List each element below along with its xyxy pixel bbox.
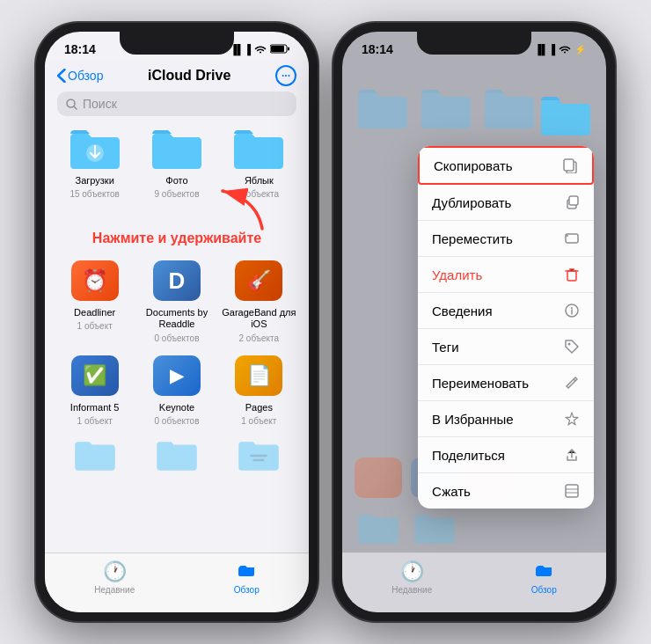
nav-title: iCloud Drive bbox=[148, 68, 230, 84]
tab-overview-right[interactable]: Обзор bbox=[531, 560, 557, 595]
app-folder-grid-2: ✅ Informant 5 1 объект ▶ Keynote 0 объек… bbox=[45, 352, 309, 426]
folder-zagrozki-count: 15 объектов bbox=[69, 189, 120, 199]
blurred-folders bbox=[355, 84, 594, 141]
menu-item-share[interactable]: Поделиться bbox=[418, 437, 594, 473]
search-placeholder: Поиск bbox=[83, 97, 117, 111]
folder-garageband[interactable]: 🎸 GarageBand для iOS 2 объекта bbox=[222, 257, 296, 342]
folder-zagrozki-name: Загрузки bbox=[76, 175, 114, 187]
wifi-icon bbox=[254, 44, 267, 55]
folder-keynote-name: Keynote bbox=[159, 402, 194, 413]
tag-icon bbox=[564, 339, 580, 355]
trash-icon bbox=[564, 267, 580, 282]
folder-yablyk-name: Яблык bbox=[245, 175, 274, 187]
menu-move-label: Переместить bbox=[432, 231, 513, 246]
menu-item-duplicate[interactable]: Дублировать bbox=[418, 185, 594, 221]
folder-keynote-count: 0 объектов bbox=[155, 416, 200, 426]
folder-garageband-name: GarageBand для iOS bbox=[222, 307, 296, 330]
recent-icon: 🕐 bbox=[103, 560, 127, 583]
menu-item-move[interactable]: Переместить bbox=[418, 221, 594, 257]
folder-grid-1: Загрузки 15 объектов Фото 9 объектов bbox=[45, 125, 309, 199]
folder-deadliner[interactable]: ⏰ Deadliner 1 объект bbox=[57, 257, 132, 342]
svg-rect-14 bbox=[567, 271, 576, 281]
menu-rename-label: Переименовать bbox=[432, 376, 529, 391]
folder-foto-count: 9 объектов bbox=[155, 189, 200, 199]
folder-keynote[interactable]: ▶ Keynote 0 объектов bbox=[139, 352, 214, 426]
app-folder-grid-1: ⏰ Deadliner 1 объект D Documents by Read… bbox=[45, 257, 309, 342]
back-label: Обзор bbox=[68, 69, 103, 83]
menu-item-delete[interactable]: Удалить bbox=[418, 257, 594, 293]
menu-compress-label: Сжать bbox=[432, 484, 471, 499]
menu-copy-label: Скопировать bbox=[434, 158, 513, 173]
overview-icon-right bbox=[534, 560, 553, 583]
menu-item-copy[interactable]: Скопировать bbox=[418, 146, 594, 185]
folder-informant-count: 1 объект bbox=[77, 416, 113, 426]
folder-garageband-count: 2 объекта bbox=[239, 333, 280, 343]
more-button[interactable]: ··· bbox=[275, 65, 296, 86]
signal-icon-right: ▐▌▐ bbox=[535, 44, 555, 55]
share-icon bbox=[564, 447, 580, 463]
menu-duplicate-label: Дублировать bbox=[432, 195, 511, 210]
folder-zagrozki[interactable]: Загрузки 15 объектов bbox=[57, 125, 132, 199]
hold-instruction: Нажмите и удерживайте bbox=[45, 225, 309, 252]
star-icon bbox=[564, 411, 580, 427]
folder-pages-name: Pages bbox=[245, 402, 273, 413]
folder-grid-more bbox=[45, 435, 309, 473]
svg-rect-8 bbox=[253, 458, 265, 460]
svg-point-18 bbox=[568, 343, 571, 346]
tab-recent-right[interactable]: 🕐 Недавние bbox=[391, 560, 432, 595]
status-icons-left: ▐▌▐ bbox=[230, 44, 289, 55]
battery-icon bbox=[270, 44, 289, 55]
folder-deadliner-name: Deadliner bbox=[74, 307, 115, 318]
menu-item-rename[interactable]: Переименовать bbox=[418, 365, 594, 401]
move-icon bbox=[564, 231, 580, 246]
menu-item-info[interactable]: Сведения bbox=[418, 293, 594, 329]
edit-icon bbox=[564, 375, 580, 391]
tab-overview-label: Обзор bbox=[234, 585, 260, 595]
tab-recent-label: Недавние bbox=[94, 585, 135, 595]
menu-share-label: Поделиться bbox=[432, 448, 505, 463]
svg-point-17 bbox=[571, 307, 573, 309]
selected-folder bbox=[538, 91, 594, 143]
menu-item-favorites[interactable]: В Избранные bbox=[418, 401, 594, 437]
tab-bar-left: 🕐 Недавние Обзор bbox=[45, 553, 309, 612]
svg-rect-1 bbox=[271, 46, 284, 52]
folder-pages[interactable]: 📄 Pages 1 объект bbox=[222, 352, 296, 426]
notch-left bbox=[120, 32, 234, 55]
folder-informant[interactable]: ✅ Informant 5 1 объект bbox=[57, 352, 132, 426]
time-right: 18:14 bbox=[362, 42, 393, 56]
wifi-icon-right bbox=[559, 44, 571, 55]
notch-right bbox=[417, 32, 531, 55]
bottom-blurred-folders bbox=[355, 508, 458, 546]
left-phone: 18:14 ▐▌▐ Обзор iCloud Drive ··· bbox=[36, 23, 318, 621]
folder-foto-name: Фото bbox=[165, 175, 187, 187]
folder-foto[interactable]: Фото 9 объектов bbox=[139, 125, 214, 199]
overview-icon bbox=[237, 560, 256, 583]
menu-item-tags[interactable]: Теги bbox=[418, 329, 594, 365]
menu-delete-label: Удалить bbox=[432, 267, 482, 282]
menu-favorites-label: В Избранные bbox=[432, 412, 514, 427]
svg-rect-7 bbox=[251, 455, 268, 457]
search-bar[interactable]: Поиск bbox=[57, 91, 296, 116]
tab-overview[interactable]: Обзор bbox=[234, 560, 260, 595]
folder-documents-count: 0 объектов bbox=[155, 333, 200, 343]
menu-tags-label: Теги bbox=[432, 340, 459, 355]
svg-line-4 bbox=[74, 106, 77, 109]
folder-documents[interactable]: D Documents by Readdle 0 объектов bbox=[139, 257, 214, 342]
battery-icon-right: ⚡ bbox=[574, 44, 587, 55]
time-left: 18:14 bbox=[64, 42, 96, 56]
tab-recent-label-right: Недавние bbox=[391, 585, 432, 595]
folder-documents-name: Documents by Readdle bbox=[139, 307, 214, 330]
back-button[interactable]: Обзор bbox=[57, 69, 103, 83]
compress-icon bbox=[564, 483, 580, 499]
menu-item-compress[interactable]: Сжать bbox=[418, 473, 594, 509]
status-icons-right: ▐▌▐ ⚡ bbox=[535, 44, 587, 55]
folder-informant-name: Informant 5 bbox=[70, 402, 120, 413]
tab-recent[interactable]: 🕐 Недавние bbox=[94, 560, 135, 595]
tab-bar-right: 🕐 Недавние Обзор bbox=[342, 553, 606, 612]
right-screen: 18:14 ▐▌▐ ⚡ bbox=[342, 32, 606, 612]
menu-info-label: Сведения bbox=[432, 304, 493, 318]
nav-bar-left: Обзор iCloud Drive ··· bbox=[45, 62, 309, 91]
context-menu: Скопировать Дублировать Переместить Удал… bbox=[418, 146, 594, 509]
svg-rect-10 bbox=[564, 159, 574, 171]
info-icon bbox=[564, 303, 580, 318]
